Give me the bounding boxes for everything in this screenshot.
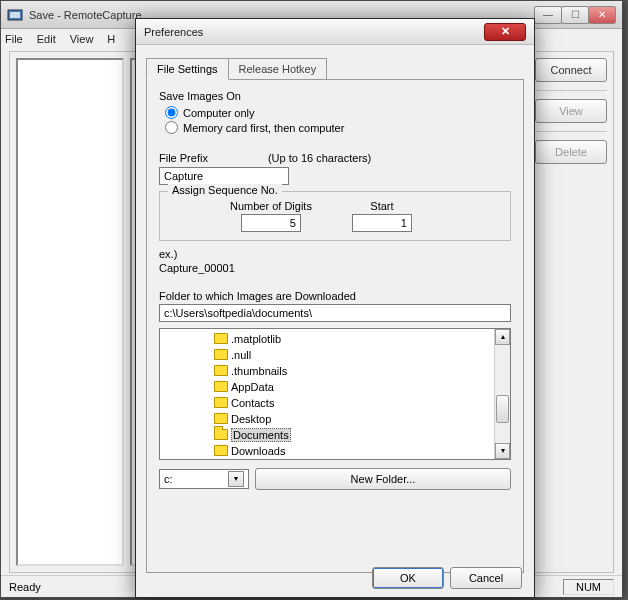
connect-button[interactable]: Connect: [535, 58, 607, 82]
tree-item-label: .null: [231, 349, 251, 361]
tree-item-label: .matplotlib: [231, 333, 281, 345]
tree-item-label: Downloads: [231, 445, 285, 457]
folder-tree[interactable]: .matplotlib.null.thumbnailsAppDataContac…: [159, 328, 511, 460]
example-block: ex.) Capture_00001: [159, 247, 511, 276]
divider: [535, 90, 607, 91]
tree-item[interactable]: Downloads: [198, 443, 494, 459]
folder-icon: [214, 349, 228, 360]
tree-item-label: Desktop: [231, 413, 271, 425]
maximize-button[interactable]: ☐: [561, 6, 589, 24]
radio-computer-only[interactable]: Computer only: [165, 106, 511, 119]
new-folder-button[interactable]: New Folder...: [255, 468, 511, 490]
radio-computer-only-label: Computer only: [183, 107, 255, 119]
tree-item-label: Documents: [231, 428, 291, 442]
folder-icon: [214, 445, 228, 456]
digits-label: Number of Digits: [230, 200, 312, 212]
tab-release-hotkey[interactable]: Release Hotkey: [229, 58, 328, 80]
folder-icon: [214, 413, 228, 424]
divider: [535, 131, 607, 132]
download-path-input[interactable]: [159, 304, 511, 322]
dialog-close-button[interactable]: ✕: [484, 23, 526, 41]
sequence-legend: Assign Sequence No.: [168, 184, 282, 196]
scroll-down-button[interactable]: ▾: [495, 443, 510, 459]
scroll-up-button[interactable]: ▴: [495, 329, 510, 345]
folder-icon: [214, 365, 228, 376]
status-num: NUM: [563, 579, 614, 595]
tree-item[interactable]: .thumbnails: [198, 363, 494, 379]
radio-computer-only-input[interactable]: [165, 106, 178, 119]
tree-item-label: .thumbnails: [231, 365, 287, 377]
preferences-dialog: Preferences ✕ File Settings Release Hotk…: [135, 18, 535, 598]
menu-file[interactable]: File: [5, 33, 23, 45]
menu-edit[interactable]: Edit: [37, 33, 56, 45]
app-icon: [7, 7, 23, 23]
tree-item[interactable]: Desktop: [198, 411, 494, 427]
start-input[interactable]: [352, 214, 412, 232]
minimize-button[interactable]: —: [534, 6, 562, 24]
drive-select[interactable]: c: ▼: [159, 469, 249, 489]
ok-button[interactable]: OK: [372, 567, 444, 589]
view-button[interactable]: View: [535, 99, 607, 123]
radio-memory-first-input[interactable]: [165, 121, 178, 134]
tree-item[interactable]: Documents: [198, 427, 494, 443]
folder-icon: [214, 333, 228, 344]
tree-item[interactable]: .matplotlib: [198, 331, 494, 347]
status-ready: Ready: [9, 581, 41, 593]
radio-memory-first[interactable]: Memory card first, then computer: [165, 121, 511, 134]
file-prefix-label: File Prefix: [159, 152, 208, 164]
cancel-button[interactable]: Cancel: [450, 567, 522, 589]
svg-rect-1: [10, 12, 20, 18]
folder-icon: [214, 397, 228, 408]
tree-item[interactable]: .null: [198, 347, 494, 363]
example-value: Capture_00001: [159, 261, 511, 275]
tree-item[interactable]: Contacts: [198, 395, 494, 411]
tabstrip: File Settings Release Hotkey: [146, 57, 524, 79]
dialog-title: Preferences: [144, 26, 484, 38]
example-label: ex.): [159, 247, 511, 261]
tab-panel: Save Images On Computer only Memory card…: [146, 79, 524, 573]
tree-item-label: AppData: [231, 381, 274, 393]
file-prefix-hint: (Up to 16 characters): [268, 152, 371, 164]
drive-value: c:: [164, 473, 173, 485]
tree-scrollbar[interactable]: ▴ ▾: [494, 329, 510, 459]
chevron-down-icon: ▼: [228, 471, 244, 487]
side-buttons: Connect View Delete: [535, 58, 607, 566]
folder-icon: [214, 429, 228, 440]
dialog-titlebar[interactable]: Preferences ✕: [136, 19, 534, 45]
delete-button[interactable]: Delete: [535, 140, 607, 164]
radio-memory-first-label: Memory card first, then computer: [183, 122, 344, 134]
save-images-label: Save Images On: [159, 90, 511, 102]
tree-item-label: Contacts: [231, 397, 274, 409]
close-button[interactable]: ✕: [588, 6, 616, 24]
scroll-thumb[interactable]: [496, 395, 509, 423]
digits-input[interactable]: [241, 214, 301, 232]
menu-truncated[interactable]: H: [107, 33, 115, 45]
thumbnail-pane[interactable]: [16, 58, 124, 566]
download-folder-label: Folder to which Images are Downloaded: [159, 290, 511, 302]
start-label: Start: [370, 200, 393, 212]
file-prefix-input[interactable]: [159, 167, 289, 185]
folder-icon: [214, 381, 228, 392]
tab-file-settings[interactable]: File Settings: [146, 58, 229, 80]
sequence-group: Assign Sequence No. Number of Digits Sta…: [159, 191, 511, 241]
scroll-track[interactable]: [495, 345, 510, 443]
tree-item[interactable]: AppData: [198, 379, 494, 395]
menu-view[interactable]: View: [70, 33, 94, 45]
